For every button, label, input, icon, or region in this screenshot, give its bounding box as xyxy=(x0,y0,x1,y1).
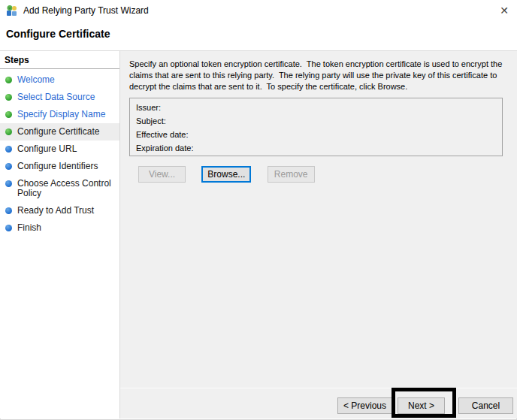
title-bar: Add Relying Party Trust Wizard ✕ xyxy=(0,0,517,21)
certificate-issuer-label: Issuer: xyxy=(136,101,496,114)
step-status-dot xyxy=(5,207,12,214)
wizard-body: Steps Welcome Select Data Source Specify… xyxy=(0,50,517,418)
certificate-info-box: Issuer: Subject: Effective date: Expirat… xyxy=(129,98,503,156)
cancel-button[interactable]: Cancel xyxy=(458,397,513,414)
steps-header: Steps xyxy=(0,51,119,69)
adfs-wizard-icon xyxy=(6,5,18,17)
step-description: Specify an optional token encryption cer… xyxy=(129,59,503,92)
certificate-expiration-date-label: Expiration date: xyxy=(136,141,496,155)
sidebar-item-welcome[interactable]: Welcome xyxy=(0,71,119,89)
page-title: Configure Certificate xyxy=(0,21,517,50)
wizard-window: Add Relying Party Trust Wizard ✕ Configu… xyxy=(0,0,517,420)
sidebar-item-configure-url: Configure URL xyxy=(0,141,119,158)
previous-button[interactable]: < Previous xyxy=(337,397,392,414)
certificate-effective-date-label: Effective date: xyxy=(136,128,496,141)
next-button[interactable]: Next > xyxy=(398,397,445,414)
step-status-dot xyxy=(5,225,12,231)
sidebar-item-ready-to-add-trust: Ready to Add Trust xyxy=(0,202,119,219)
window-title: Add Relying Party Trust Wizard xyxy=(23,5,491,16)
step-status-dot xyxy=(5,146,12,153)
steps-sidebar: Steps Welcome Select Data Source Specify… xyxy=(0,51,120,418)
step-status-dot xyxy=(5,77,12,83)
sidebar-item-specify-display-name[interactable]: Specify Display Name xyxy=(0,106,119,123)
step-status-dot xyxy=(5,163,12,170)
sidebar-item-configure-identifiers: Configure Identifiers xyxy=(0,158,119,175)
step-status-dot xyxy=(5,180,12,187)
view-button[interactable]: View... xyxy=(138,166,186,183)
step-content: Specify an optional token encryption cer… xyxy=(120,51,517,183)
certificate-actions: View... Browse... Remove xyxy=(129,166,503,183)
browse-button[interactable]: Browse... xyxy=(201,166,251,183)
sidebar-item-finish: Finish xyxy=(0,219,119,237)
step-status-dot xyxy=(5,111,12,118)
wizard-footer: < Previous Next > Cancel xyxy=(120,388,517,418)
sidebar-item-choose-access-control-policy: Choose Access Control Policy xyxy=(0,175,119,202)
step-status-dot xyxy=(5,128,12,135)
sidebar-item-configure-certificate: Configure Certificate xyxy=(0,123,119,141)
main-panel: Specify an optional token encryption cer… xyxy=(120,51,517,418)
steps-list: Welcome Select Data Source Specify Displ… xyxy=(0,69,119,237)
close-icon[interactable]: ✕ xyxy=(491,0,517,21)
remove-button[interactable]: Remove xyxy=(268,166,315,183)
step-status-dot xyxy=(5,94,12,101)
certificate-subject-label: Subject: xyxy=(136,114,496,128)
sidebar-item-select-data-source[interactable]: Select Data Source xyxy=(0,89,119,106)
